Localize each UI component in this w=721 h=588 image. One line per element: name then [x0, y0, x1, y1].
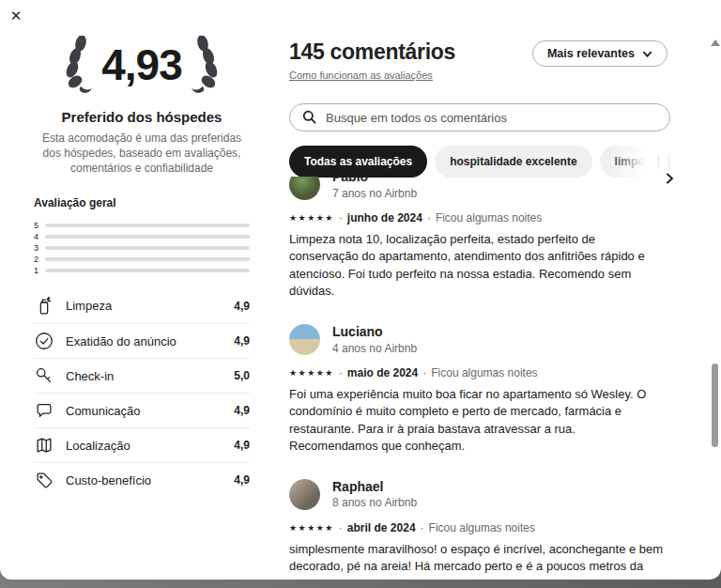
bar-label: 2	[34, 255, 45, 264]
stay-length: Ficou algumas noites	[431, 366, 537, 379]
chip-todas-as-avaliacoes[interactable]: Todas as avaliações	[289, 146, 427, 178]
how-reviews-work-link[interactable]: Como funcionam as avaliações	[289, 70, 433, 81]
avatar[interactable]	[289, 479, 320, 510]
scrollbar-up-arrow-icon[interactable]	[711, 39, 720, 46]
guest-favorite-title: Preferido dos hóspedes	[34, 109, 250, 125]
price-tag-icon	[34, 470, 54, 490]
guest-favorite-description: Esta acomodação é uma das preferidas dos…	[34, 132, 250, 176]
key-icon	[34, 365, 54, 386]
search-icon	[302, 110, 316, 124]
reviewer-profile[interactable]: Luciano 4 anos no Airbnb	[289, 324, 670, 355]
laurel-left-icon	[58, 36, 98, 94]
guest-favorite-rating: 4,93	[34, 36, 250, 94]
review-item: Pablo 7 anos no Airbnb ★★★★★ · junho de …	[289, 177, 670, 301]
stay-length: Ficou algumas noites	[429, 521, 535, 534]
review-date: junho de 2024	[347, 211, 422, 224]
rating-bar-1: 1	[34, 266, 250, 275]
category-label: Localização	[66, 439, 234, 453]
category-label: Exatidão do anúncio	[66, 334, 234, 348]
reviewer-name: Pablo	[332, 177, 417, 186]
category-label: Limpeza	[66, 299, 234, 313]
reviewer-name: Luciano	[332, 324, 417, 341]
close-icon[interactable]: ✕	[8, 8, 24, 24]
review-meta: ★★★★★ · maio de 2024 · Ficou algumas noi…	[289, 366, 670, 379]
overall-rating-label: Avaliação geral	[34, 196, 250, 209]
reviews-header: 145 comentários Como funcionam as avalia…	[289, 39, 670, 83]
spray-bottle-icon	[34, 296, 54, 317]
reviewer-profile[interactable]: Raphael 8 anos no Airbnb	[289, 479, 670, 510]
sort-dropdown-label: Mais relevantes	[547, 47, 635, 60]
bar-label: 1	[34, 266, 45, 275]
review-search	[289, 103, 670, 132]
rating-bar-3: 3	[34, 243, 250, 253]
avatar[interactable]	[289, 324, 320, 355]
reviewer-profile[interactable]: Pablo 7 anos no Airbnb	[289, 177, 670, 200]
search-input[interactable]	[289, 103, 670, 132]
filter-chips: Todas as avaliações hospitalidade excele…	[289, 146, 670, 178]
review-item: Raphael 8 anos no Airbnb ★★★★★ · abril d…	[289, 479, 670, 580]
scrollbar-thumb[interactable]	[712, 364, 718, 447]
category-row-localizacao: Localização 4,9	[34, 427, 250, 462]
bar-label: 3	[34, 243, 45, 253]
avatar[interactable]	[289, 177, 320, 200]
category-value: 4,9	[234, 334, 250, 348]
review-text: Limpeza nota 10, localização perfeita, e…	[289, 231, 665, 301]
category-value: 5,0	[234, 369, 250, 382]
review-date: maio de 2024	[347, 366, 418, 379]
review-date: abril de 2024	[347, 521, 416, 534]
chip-limpo[interactable]: limpo	[600, 146, 660, 178]
category-row-exatidao: Exatidão do anúncio 4,9	[34, 323, 250, 358]
star-rating-icons: ★★★★★	[289, 213, 334, 223]
map-icon	[34, 435, 54, 456]
reviewer-tenure: 7 anos no Airbnb	[332, 187, 417, 200]
category-value: 4,9	[234, 473, 250, 487]
bar-track	[45, 269, 250, 272]
separator-dot: ·	[339, 366, 343, 379]
category-value: 4,9	[234, 439, 250, 452]
category-row-limpeza: Limpeza 4,9	[34, 288, 250, 323]
separator-dot: ·	[422, 366, 426, 379]
reviews-panel: 145 comentários Como funcionam as avalia…	[289, 0, 670, 178]
reviewer-tenure: 8 anos no Airbnb	[332, 496, 417, 509]
bar-label: 5	[34, 221, 45, 230]
star-rating-icons: ★★★★★	[289, 368, 334, 378]
bar-track	[45, 235, 250, 239]
category-label: Comunicação	[66, 404, 234, 418]
review-item: Luciano 4 anos no Airbnb ★★★★★ · maio de…	[289, 324, 670, 456]
reviewer-name: Raphael	[332, 479, 417, 496]
category-row-comunicacao: Comunicação 4,9	[34, 393, 250, 427]
rating-bar-5: 5	[34, 221, 250, 230]
category-label: Custo-benefício	[66, 473, 234, 487]
speech-bubble-icon	[34, 400, 54, 421]
check-circle-icon	[34, 331, 54, 351]
separator-dot: ·	[339, 211, 343, 224]
review-meta: ★★★★★ · junho de 2024 · Ficou algumas no…	[289, 211, 670, 224]
category-label: Check-in	[66, 369, 234, 383]
chevron-down-icon	[642, 49, 652, 59]
overall-rating-value: 4,93	[101, 39, 182, 90]
scrollbar	[709, 0, 721, 580]
bar-label: 4	[34, 232, 45, 241]
sort-dropdown[interactable]: Mais relevantes	[532, 40, 667, 67]
category-ratings: Limpeza 4,9 Exatidão do anúncio 4,9 Chec…	[34, 288, 250, 497]
bar-track	[45, 224, 250, 227]
reviews-scroll-area[interactable]: Pablo 7 anos no Airbnb ★★★★★ · junho de …	[289, 177, 683, 580]
category-value: 4,9	[234, 404, 250, 417]
star-rating-icons: ★★★★★	[289, 523, 334, 533]
summary-panel: 4,93 Preferido dos hóspedes Esta acomoda…	[34, 0, 250, 497]
rating-bar-4: 4	[34, 232, 250, 241]
category-row-custobeneficio: Custo-benefício 4,9	[34, 462, 250, 497]
reviewer-tenure: 4 anos no Airbnb	[332, 342, 417, 355]
rating-distribution: 5 4 3 2 1	[34, 221, 250, 275]
separator-dot: ·	[427, 211, 431, 224]
chip-hospitalidade-excelente[interactable]: hospitalidade excelente	[435, 146, 591, 178]
review-text: simplesmente maravilhoso! o espaço é inc…	[289, 541, 665, 580]
review-text: Foi uma experiência muito boa ficar no a…	[289, 386, 665, 456]
reviews-modal: ✕ 4,93	[0, 0, 721, 580]
stay-length: Ficou algumas noites	[436, 211, 542, 224]
separator-dot: ·	[421, 521, 424, 534]
bar-track	[45, 257, 250, 261]
category-value: 4,9	[234, 300, 250, 313]
bar-track	[45, 246, 250, 250]
review-meta: ★★★★★ · abril de 2024 · Ficou algumas no…	[289, 521, 670, 534]
